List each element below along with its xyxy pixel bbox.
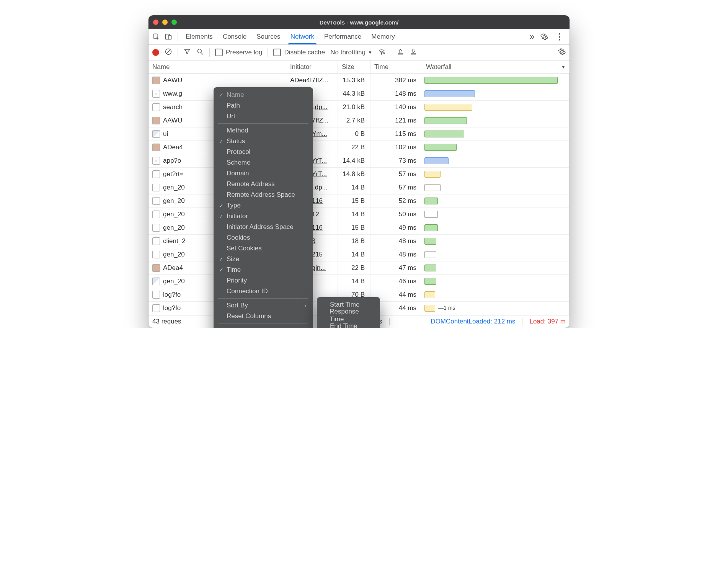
table-row[interactable]: gen_20m=cdos,dp...14 B57 ms xyxy=(148,181,570,194)
menu-item-set-cookies[interactable]: Set Cookies xyxy=(214,243,313,254)
col-waterfall[interactable]: Waterfall xyxy=(422,60,560,74)
menu-item-scheme[interactable]: Scheme xyxy=(214,157,313,168)
disable-cache-checkbox[interactable]: Disable cache xyxy=(273,49,325,56)
minimize-window-button[interactable] xyxy=(162,20,168,25)
svg-line-6 xyxy=(201,52,203,54)
col-waterfall-caret[interactable]: ▼ xyxy=(560,60,570,74)
upload-har-icon[interactable] xyxy=(397,48,404,57)
menu-item-cookies[interactable]: Cookies xyxy=(214,232,313,243)
table-row[interactable]: ≡app?ors=AA2YrT...14.4 kB73 ms xyxy=(148,154,570,168)
table-row[interactable]: AAWUADea4I7IfZ...2.7 kB121 ms xyxy=(148,114,570,127)
request-name: ADea4 xyxy=(163,144,183,151)
table-row[interactable]: ADea4app?origin...22 B47 ms xyxy=(148,261,570,275)
menu-item-name[interactable]: ✓Name xyxy=(214,90,313,100)
table-row[interactable]: ADea4(index)22 B102 ms xyxy=(148,141,570,154)
waterfall-submenu[interactable]: Start TimeResponse TimeEnd Time✓Total Du… xyxy=(317,297,380,328)
network-conditions-icon[interactable] xyxy=(378,48,385,57)
download-har-icon[interactable] xyxy=(410,48,417,57)
preserve-log-checkbox[interactable]: Preserve log xyxy=(215,49,262,56)
more-tabs-icon[interactable]: » xyxy=(527,31,537,42)
request-initiator[interactable]: ADea4I7IfZ... xyxy=(286,74,338,87)
tab-console[interactable]: Console xyxy=(223,30,246,44)
kebab-menu-icon[interactable]: ⋮ xyxy=(554,31,565,42)
menu-item-initiator-address-space[interactable]: Initiator Address Space xyxy=(214,222,313,232)
col-name[interactable]: Name xyxy=(148,60,286,74)
menu-item-reset-columns[interactable]: Reset Columns xyxy=(214,311,313,322)
menu-item-response-time[interactable]: Response Time xyxy=(317,310,380,321)
menu-item-status[interactable]: ✓Status xyxy=(214,136,313,147)
file-type-icon xyxy=(152,251,160,258)
menu-item-size[interactable]: ✓Size xyxy=(214,254,313,265)
menu-item-label: Time xyxy=(227,266,241,274)
close-window-button[interactable] xyxy=(153,20,158,25)
maximize-window-button[interactable] xyxy=(171,20,177,25)
menu-item-domain[interactable]: Domain xyxy=(214,168,313,179)
menu-item-label: Set Cookies xyxy=(227,245,262,252)
table-row[interactable]: gen_20(index):11615 B49 ms xyxy=(148,221,570,235)
device-toolbar-icon[interactable] xyxy=(163,31,174,42)
col-initiator[interactable]: Initiator xyxy=(286,60,338,74)
table-row[interactable]: get?rt=rs=AA2YrT...14.8 kB57 ms xyxy=(148,168,570,181)
menu-item-sort-by[interactable]: Sort By› xyxy=(214,300,313,311)
throttling-dropdown[interactable]: No throttling ▼ xyxy=(330,49,372,56)
preserve-log-label: Preserve log xyxy=(226,49,262,56)
menu-item-initiator[interactable]: ✓Initiator xyxy=(214,211,313,222)
request-name: client_2 xyxy=(163,237,186,245)
tab-sources[interactable]: Sources xyxy=(256,30,280,44)
menu-item-remote-address-space[interactable]: Remote Address Space xyxy=(214,189,313,200)
table-row[interactable]: uim=DhPYm...0 B115 ms xyxy=(148,127,570,141)
tab-network[interactable]: Network xyxy=(290,30,314,44)
column-context-menu[interactable]: ✓NamePathUrlMethod✓StatusProtocolSchemeD… xyxy=(214,87,313,328)
svg-rect-10 xyxy=(411,54,416,54)
menu-item-method[interactable]: Method xyxy=(214,125,313,136)
col-time[interactable]: Time xyxy=(370,60,422,74)
menu-item-end-time[interactable]: End Time xyxy=(317,321,380,328)
menu-item-path[interactable]: Path xyxy=(214,100,313,111)
menu-item-url[interactable]: Url xyxy=(214,111,313,122)
request-waterfall xyxy=(422,261,560,274)
filter-icon[interactable] xyxy=(183,48,191,57)
chevron-right-icon: › xyxy=(304,302,306,309)
table-row[interactable]: gen_20(index):11615 B52 ms xyxy=(148,194,570,208)
menu-item-protocol[interactable]: Protocol xyxy=(214,147,313,157)
settings-icon[interactable] xyxy=(539,31,550,42)
request-time: 46 ms xyxy=(370,275,422,288)
col-size[interactable]: Size xyxy=(338,60,370,74)
clear-icon[interactable] xyxy=(165,48,172,57)
check-icon: ✓ xyxy=(217,138,225,144)
tab-elements[interactable]: Elements xyxy=(186,30,213,44)
request-size: 15 B xyxy=(338,194,370,207)
request-time: 382 ms xyxy=(370,74,422,87)
table-row[interactable]: gen_2014 B46 ms xyxy=(148,275,570,288)
menu-item-label: Reset Columns xyxy=(227,312,271,320)
search-icon[interactable] xyxy=(196,48,204,57)
table-row[interactable]: searchm=cdos,dp...21.0 kB140 ms xyxy=(148,101,570,114)
record-button[interactable] xyxy=(152,49,159,56)
table-row[interactable]: gen_20(index):1214 B50 ms xyxy=(148,208,570,221)
menu-item-label: End Time xyxy=(330,322,357,328)
tab-performance[interactable]: Performance xyxy=(324,30,361,44)
menu-item-time[interactable]: ✓Time xyxy=(214,265,313,275)
request-waterfall: —1 ms xyxy=(422,302,560,315)
table-row[interactable]: client_2(index):318 B48 ms xyxy=(148,235,570,248)
network-settings-icon[interactable] xyxy=(558,48,566,57)
menu-item-connection-id[interactable]: Connection ID xyxy=(214,286,313,297)
menu-item-label: Initiator xyxy=(227,212,248,220)
inspect-element-icon[interactable] xyxy=(151,31,162,42)
file-type-icon xyxy=(152,117,160,124)
table-row[interactable]: ≡www.gOther44.3 kB148 ms xyxy=(148,87,570,101)
table-row[interactable]: gen_20(index):21514 B48 ms xyxy=(148,248,570,261)
request-size: 2.7 kB xyxy=(338,114,370,127)
devtools-window: DevTools - www.google.com/ ElementsConso… xyxy=(148,15,570,328)
status-requests: 43 reques xyxy=(152,318,181,325)
menu-item-priority[interactable]: Priority xyxy=(214,275,313,286)
menu-item-response-headers[interactable]: Response Headers› xyxy=(214,325,313,328)
table-row[interactable]: AAWUADea4I7IfZ...15.3 kB382 ms xyxy=(148,74,570,87)
menu-item-type[interactable]: ✓Type xyxy=(214,200,313,211)
menu-item-label: Priority xyxy=(227,277,247,284)
tab-memory[interactable]: Memory xyxy=(371,30,395,44)
request-size: 22 B xyxy=(338,141,370,154)
file-type-icon xyxy=(152,197,160,205)
menu-item-remote-address[interactable]: Remote Address xyxy=(214,179,313,189)
request-time: 73 ms xyxy=(370,154,422,167)
